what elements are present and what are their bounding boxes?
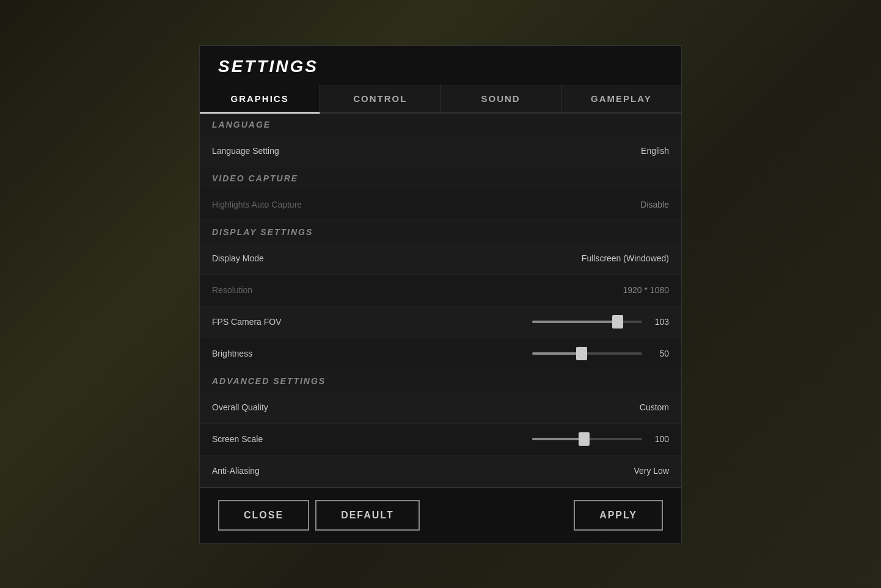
setting-row-screen-scale: Screen Scale 100 <box>200 424 681 456</box>
screen-scale-slider-track[interactable] <box>532 438 642 440</box>
screen-scale-slider-container: 100 <box>532 434 669 444</box>
overall-quality-value: Custom <box>596 402 669 412</box>
settings-modal: SETTINGS GRAPHICS CONTROL SOUND GAMEPLAY… <box>199 45 682 543</box>
setting-row-fps-fov: FPS Camera FOV 103 <box>200 307 681 338</box>
brightness-slider-track[interactable] <box>532 352 642 355</box>
setting-row-highlights[interactable]: Highlights Auto Capture Disable <box>200 189 681 221</box>
setting-row-overall-quality[interactable]: Overall Quality Custom <box>200 392 681 424</box>
setting-row-display-mode[interactable]: Display Mode Fullscreen (Windowed) <box>200 243 681 275</box>
brightness-slider-container: 50 <box>532 349 669 358</box>
setting-row-anti-aliasing[interactable]: Anti-Aliasing Very Low <box>200 456 681 487</box>
tab-gameplay[interactable]: GAMEPLAY <box>561 85 681 112</box>
overall-quality-label: Overall Quality <box>212 402 334 412</box>
screen-scale-value: 100 <box>647 434 669 444</box>
bottom-bar: CLOSE DEFAULT APPLY <box>200 487 681 543</box>
fps-fov-slider-fill <box>532 321 618 323</box>
brightness-slider-fill <box>532 352 582 355</box>
tabs-bar: GRAPHICS CONTROL SOUND GAMEPLAY <box>200 85 681 114</box>
section-header-display: DISPLAY SETTINGS <box>200 221 681 243</box>
brightness-slider-thumb[interactable] <box>576 347 587 360</box>
screen-scale-label: Screen Scale <box>212 434 334 444</box>
resolution-label: Resolution <box>212 285 334 295</box>
language-setting-label: Language Setting <box>212 146 334 156</box>
settings-title: SETTINGS <box>200 46 681 85</box>
fps-fov-slider-track[interactable] <box>532 321 642 323</box>
settings-content: LANGUAGE Language Setting English VIDEO … <box>200 114 681 487</box>
highlights-value: Disable <box>596 200 669 209</box>
close-button[interactable]: CLOSE <box>218 500 309 531</box>
screen-scale-slider-thumb[interactable] <box>579 432 590 446</box>
tab-sound[interactable]: SOUND <box>441 85 561 112</box>
default-button[interactable]: DEFAULT <box>315 500 420 531</box>
apply-button[interactable]: APPLY <box>574 500 663 531</box>
resolution-value: 1920 * 1080 <box>596 285 669 295</box>
display-mode-label: Display Mode <box>212 253 334 263</box>
section-header-advanced: ADVANCED SETTINGS <box>200 370 681 392</box>
tab-control[interactable]: CONTROL <box>320 85 440 112</box>
fps-fov-slider-container: 103 <box>532 317 669 327</box>
modal-backdrop: SETTINGS GRAPHICS CONTROL SOUND GAMEPLAY… <box>0 0 881 588</box>
section-header-language: LANGUAGE <box>200 114 681 136</box>
fps-fov-value: 103 <box>647 317 669 327</box>
language-setting-value: English <box>596 146 669 156</box>
screen-scale-slider-fill <box>532 438 584 440</box>
brightness-value: 50 <box>647 349 669 358</box>
anti-aliasing-label: Anti-Aliasing <box>212 466 334 476</box>
setting-row-brightness: Brightness 50 <box>200 338 681 370</box>
section-header-video-capture: VIDEO CAPTURE <box>200 167 681 189</box>
tab-graphics[interactable]: GRAPHICS <box>200 85 320 114</box>
setting-row-resolution[interactable]: Resolution 1920 * 1080 <box>200 275 681 307</box>
fps-fov-label: FPS Camera FOV <box>212 317 334 327</box>
highlights-label: Highlights Auto Capture <box>212 200 334 209</box>
fps-fov-slider-thumb[interactable] <box>612 315 623 328</box>
setting-row-language[interactable]: Language Setting English <box>200 136 681 167</box>
display-mode-value: Fullscreen (Windowed) <box>582 253 669 263</box>
brightness-label: Brightness <box>212 349 334 358</box>
anti-aliasing-value: Very Low <box>596 466 669 476</box>
